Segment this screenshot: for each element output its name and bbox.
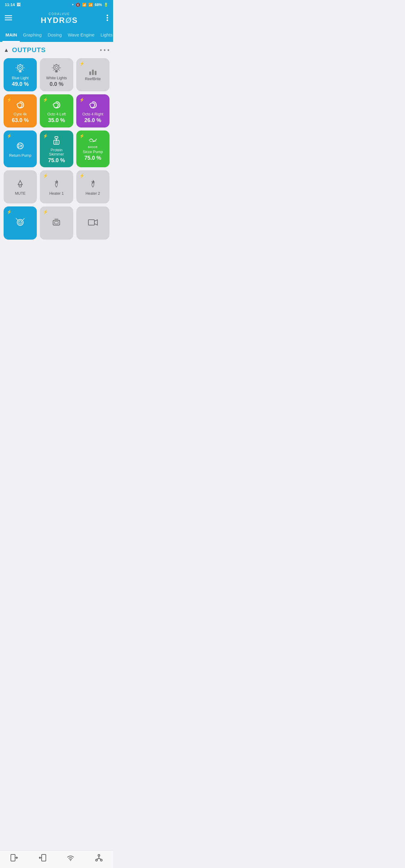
octo-right-bolt: ⚡ <box>79 97 84 102</box>
blue-light-value: 49.0 % <box>12 81 29 87</box>
tab-graphing[interactable]: Graphing <box>20 29 45 42</box>
tab-dosing[interactable]: Dosing <box>45 29 65 42</box>
mute-icon: 🔇 <box>76 3 80 7</box>
outputs-section-header: ▲ OUTPUTS • • • <box>4 46 110 54</box>
svg-point-16 <box>19 221 22 224</box>
skimmer-bolt: ⚡ <box>43 133 48 138</box>
gyre-value: 63.0 % <box>12 117 29 124</box>
photo-icon: 🖼 <box>17 2 21 7</box>
card-outlet[interactable]: ⚡ <box>4 207 37 240</box>
bluetooth-icon: ‣ <box>72 3 74 7</box>
sicce-logo: SICCE <box>87 137 98 149</box>
octo-left-label: Octo 4 Left <box>47 112 66 116</box>
signal-icon: 📶 <box>88 3 93 7</box>
sicce-value: 75.0 % <box>84 155 101 161</box>
section-header-left: ▲ OUTPUTS <box>4 46 46 54</box>
tab-wave-engine[interactable]: Wave Engine <box>65 29 98 42</box>
white-lights-value: 0.0 % <box>50 81 63 87</box>
svg-point-7 <box>19 66 21 69</box>
card-device3[interactable] <box>76 207 110 240</box>
skimmer-value: 75.0 % <box>48 157 65 164</box>
svg-point-9 <box>55 66 58 69</box>
heater1-bolt: ⚡ <box>43 173 48 178</box>
heater2-label: Heater 2 <box>86 191 100 195</box>
svg-rect-17 <box>53 220 60 225</box>
svg-point-6 <box>18 65 23 70</box>
app-logo: CORALVUE HYDRØS <box>41 12 78 25</box>
card-sicce-pump[interactable]: ⚡ SICCE Sicce Pump 75.0 % <box>76 130 110 167</box>
card-mute[interactable]: MUTE <box>4 170 37 204</box>
outputs-grid: Blue Light 49.0 % White Lights 0.0 % ⚡ <box>4 58 110 240</box>
octo-left-value: 35.0 % <box>48 117 65 124</box>
section-more-button[interactable]: • • • <box>100 47 110 54</box>
brand-small: CORALVUE <box>41 12 78 16</box>
reefbrite-label: ReefBrite <box>85 77 101 81</box>
card-heater-2[interactable]: ⚡ Heater 2 <box>76 170 110 204</box>
more-button[interactable] <box>107 14 108 23</box>
card-blue-light[interactable]: Blue Light 49.0 % <box>4 58 37 91</box>
collapse-icon[interactable]: ▲ <box>4 47 9 53</box>
octo-right-label: Octo 4 Right <box>82 112 103 116</box>
svg-rect-11 <box>55 136 58 138</box>
app-header: CORALVUE HYDRØS <box>0 9 113 29</box>
gyre-label: Gyre 4k <box>13 112 27 116</box>
gyre-bolt: ⚡ <box>7 97 12 102</box>
brand-main: HYDRØS <box>41 16 78 25</box>
wifi-icon: 📶 <box>82 3 87 7</box>
sicce-label: Sicce Pump <box>83 150 103 154</box>
card-gyre-4k[interactable]: ⚡ Gyre 4k 63.0 % <box>4 94 37 127</box>
svg-point-8 <box>54 65 59 70</box>
octo-left-bolt: ⚡ <box>43 97 48 102</box>
menu-button[interactable] <box>5 15 12 23</box>
octo-right-value: 26.0 % <box>84 117 101 124</box>
sicce-bolt: ⚡ <box>79 133 84 138</box>
svg-rect-19 <box>88 220 94 225</box>
reefbrite-bolt: ⚡ <box>79 61 84 66</box>
battery-text: 68% <box>95 3 102 7</box>
return-pump-label: Return Pump <box>9 153 31 158</box>
skimmer-label: Protein Skimmer <box>43 148 70 156</box>
outlet-bolt: ⚡ <box>7 210 12 214</box>
sicce-text: SICCE <box>88 146 98 149</box>
card-return-pump[interactable]: ⚡ Return Pump <box>4 130 37 167</box>
card-octo-left[interactable]: ⚡ Octo 4 Left 35.0 % <box>40 94 73 127</box>
nav-tabs: MAIN Graphing Dosing Wave Engine Lights <box>0 29 113 42</box>
svg-point-14 <box>19 185 21 187</box>
mute-label: MUTE <box>15 191 25 195</box>
section-title: OUTPUTS <box>12 46 46 54</box>
svg-point-3 <box>107 15 108 16</box>
svg-rect-18 <box>55 221 58 224</box>
svg-point-4 <box>107 17 108 19</box>
heater2-bolt: ⚡ <box>79 173 84 178</box>
svg-point-5 <box>107 20 108 21</box>
tab-lights[interactable]: Lights <box>97 29 113 42</box>
white-lights-label: White Lights <box>46 76 67 80</box>
main-content: ▲ OUTPUTS • • • Blue Light 49.0 % <box>0 42 113 264</box>
card-heater-1[interactable]: ⚡ Heater 1 <box>40 170 73 204</box>
battery-icon: 🔋 <box>104 3 108 7</box>
status-time: 11:14 🖼 <box>5 2 21 7</box>
device2-bolt: ⚡ <box>43 210 48 214</box>
tab-main[interactable]: MAIN <box>2 29 20 42</box>
card-device2[interactable]: ⚡ <box>40 207 73 240</box>
blue-light-label: Blue Light <box>12 76 29 80</box>
card-octo-right[interactable]: ⚡ Octo 4 Right 26.0 % <box>76 94 110 127</box>
card-protein-skimmer[interactable]: ⚡ Protein Skimmer 75.0 % <box>40 130 73 167</box>
card-reefbrite[interactable]: ⚡ ReefBrite <box>76 58 110 91</box>
time: 11:14 <box>5 2 15 7</box>
return-pump-bolt: ⚡ <box>7 133 12 138</box>
heater1-label: Heater 1 <box>50 191 64 195</box>
card-white-lights[interactable]: White Lights 0.0 % <box>40 58 73 91</box>
status-bar: 11:14 🖼 ‣ 🔇 📶 📶 68% 🔋 <box>0 0 113 9</box>
status-icons: ‣ 🔇 📶 📶 68% 🔋 <box>72 3 108 7</box>
